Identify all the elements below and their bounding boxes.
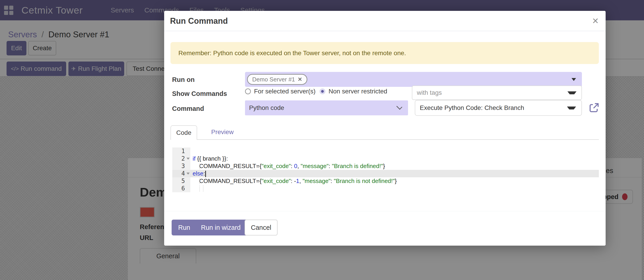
modal-title: Run Command xyxy=(170,11,228,31)
code-token: 1 xyxy=(296,178,299,184)
radio-checked-icon[interactable] xyxy=(320,88,326,94)
indent-guide xyxy=(200,178,200,184)
indent-guide xyxy=(203,186,204,192)
editor-gutter: 4 xyxy=(172,170,190,177)
code-line-content: COMMAND_RESULT={"exit_code": -1, "messag… xyxy=(190,177,599,185)
radio-for-selected-server-s[interactable]: For selected server(s) xyxy=(245,88,316,95)
radio-label: For selected server(s) xyxy=(254,88,316,95)
tag-remove-icon[interactable]: ✕ xyxy=(298,76,302,83)
close-icon[interactable]: ✕ xyxy=(592,11,599,31)
code-line-content xyxy=(190,185,599,192)
line-number: 3 xyxy=(172,162,190,170)
code-token: "message" xyxy=(300,163,328,169)
code-token: "Branch is not defined!" xyxy=(334,178,395,184)
external-link-icon[interactable] xyxy=(588,102,600,113)
code-token: , xyxy=(298,163,300,169)
code-token: : - xyxy=(291,178,296,184)
fold-caret-icon[interactable] xyxy=(186,158,190,160)
code-token: COMMAND_RESULT={ xyxy=(192,178,262,184)
with-tags-placeholder: with tags xyxy=(412,86,582,99)
editor-line[interactable]: 4else: xyxy=(172,170,599,177)
run-on-label: Run on xyxy=(172,76,195,83)
tab-code[interactable]: Code xyxy=(170,125,197,140)
warning-text: Remember: Python code is executed on the… xyxy=(170,42,599,64)
code-token: "exit_code" xyxy=(262,178,291,184)
line-number: 1 xyxy=(172,148,190,155)
editor-gutter: 3 xyxy=(172,162,190,170)
code-token: } xyxy=(395,178,397,184)
code-token: : xyxy=(328,163,332,169)
radio-unchecked-icon[interactable] xyxy=(245,88,251,94)
editor-gutter: 1 xyxy=(172,148,190,155)
show-commands-label: Show Commands xyxy=(172,90,227,97)
code-line-content: else: xyxy=(190,170,599,177)
editor-line[interactable]: 1 xyxy=(172,148,599,155)
code-token: , xyxy=(299,178,302,184)
chevron-down-icon xyxy=(567,106,576,109)
radio-non-server-restricted[interactable]: Non server restricted xyxy=(320,88,387,95)
chevron-down-icon xyxy=(568,91,576,94)
line-number: 5 xyxy=(172,177,190,185)
code-token: {{ branch }}: xyxy=(196,155,228,162)
code-editor[interactable]: 12if {{ branch }}:3 COMMAND_RESULT={"exi… xyxy=(172,148,599,192)
code-token: "message" xyxy=(302,178,330,184)
editor-line[interactable]: 2if {{ branch }}: xyxy=(172,155,599,162)
run-command-modal: Run Command ✕ Remember: Python code is e… xyxy=(164,11,606,246)
command-name-select[interactable]: Execute Python Code: Check Branch xyxy=(415,100,582,116)
server-tag-pill[interactable]: Demo Server #1 ✕ xyxy=(247,74,307,85)
code-line-content: if {{ branch }}: xyxy=(190,155,599,162)
run-in-wizard-button[interactable]: Run in wizard xyxy=(194,220,248,235)
code-token: : xyxy=(330,178,334,184)
code-line-content: COMMAND_RESULT={"exit_code": 0, "message… xyxy=(190,162,599,170)
code-token: if xyxy=(192,155,196,162)
line-number: 6 xyxy=(172,185,190,192)
code-line-content xyxy=(190,148,599,155)
warning-banner: Remember: Python code is executed on the… xyxy=(170,42,599,64)
with-tags-select[interactable]: with tags xyxy=(412,85,582,100)
editor-gutter: 2 xyxy=(172,155,190,162)
command-label: Command xyxy=(172,105,204,112)
run-button[interactable]: Run xyxy=(172,220,197,235)
code-token: else xyxy=(192,170,204,177)
chevron-down-icon xyxy=(572,78,576,81)
cancel-button[interactable]: Cancel xyxy=(244,220,278,235)
screen: Cetmix Tower ServersCommandsFilesToolsSe… xyxy=(0,0,644,280)
code-token: : xyxy=(291,163,294,169)
fold-caret-icon[interactable] xyxy=(186,173,190,175)
tab-bar-line xyxy=(170,139,599,140)
editor-gutter: 5 xyxy=(172,177,190,185)
editor-gutter: 6 xyxy=(172,185,190,192)
indent-guide xyxy=(200,163,200,169)
modal-header: Run Command ✕ xyxy=(164,11,606,31)
code-token: : xyxy=(204,170,205,177)
code-token: } xyxy=(383,163,385,169)
run-on-select[interactable]: Demo Server #1 ✕ xyxy=(245,72,582,87)
code-token: "exit_code" xyxy=(262,163,291,169)
code-token: COMMAND_RESULT={ xyxy=(192,163,262,169)
code-token: "Branch is defined!" xyxy=(332,163,383,169)
command-type-select[interactable]: Python code xyxy=(245,100,408,115)
code-token: 0 xyxy=(294,163,297,169)
radio-label: Non server restricted xyxy=(328,88,387,95)
tab-preview[interactable]: Preview xyxy=(204,125,240,139)
text-cursor xyxy=(205,171,206,177)
indent-guide xyxy=(200,186,200,192)
editor-line[interactable]: 5 COMMAND_RESULT={"exit_code": -1, "mess… xyxy=(172,177,599,185)
editor-line[interactable]: 3 COMMAND_RESULT={"exit_code": 0, "messa… xyxy=(172,162,599,170)
editor-line[interactable]: 6 xyxy=(172,185,599,192)
